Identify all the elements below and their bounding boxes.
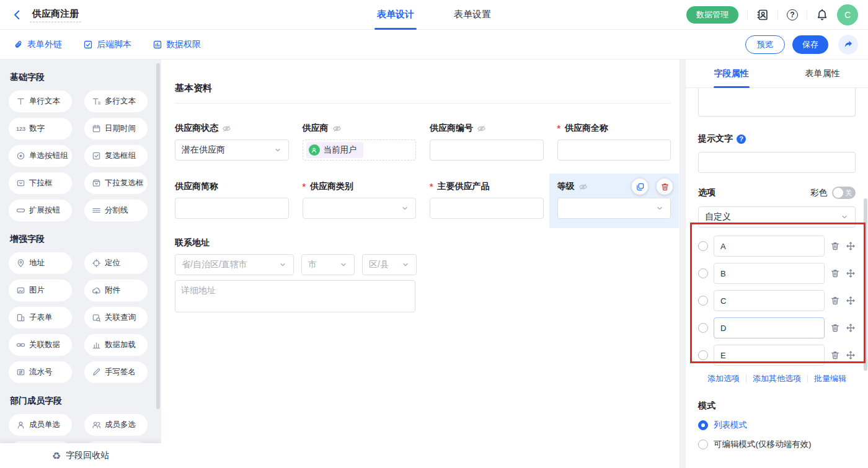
save-button[interactable]: 保存: [792, 35, 828, 54]
external-link-button[interactable]: 表单外链: [14, 39, 62, 50]
delete-option-icon[interactable]: [830, 350, 840, 360]
pill-subform[interactable]: 子表单: [9, 307, 72, 329]
city-select[interactable]: 市: [301, 254, 355, 275]
delete-option-icon[interactable]: [830, 268, 840, 278]
pill-data-load[interactable]: 数据加载: [84, 334, 148, 356]
main-products-input[interactable]: [430, 198, 544, 219]
add-option-link[interactable]: 添加选项: [707, 373, 740, 384]
color-toggle[interactable]: 关: [832, 187, 856, 199]
pill-checkbox-group[interactable]: 复选框组: [84, 145, 148, 167]
pill-locate[interactable]: 定位: [84, 252, 148, 274]
sidebar-scrollbar[interactable]: [156, 63, 160, 409]
permission-icon: [153, 40, 162, 50]
pill-relation-query[interactable]: 关联查询: [84, 307, 148, 329]
back-button[interactable]: [10, 7, 25, 22]
pill-serial-number[interactable]: 流水号: [9, 361, 72, 383]
pill-multi-dropdown[interactable]: 下拉复选框: [84, 172, 148, 194]
field-main-products[interactable]: *主要供应产品: [430, 181, 544, 219]
supplier-number-input[interactable]: [430, 139, 544, 161]
batch-edit-link[interactable]: 批量编辑: [814, 373, 846, 384]
pill-signature[interactable]: 手写签名: [84, 361, 148, 383]
page-title[interactable]: 供应商注册: [30, 7, 81, 22]
mode-list-radio[interactable]: 列表模式: [698, 420, 856, 431]
pill-single-line-text[interactable]: 单行文本: [9, 91, 72, 112]
field-supplier[interactable]: 供应商 当前用户: [303, 123, 417, 161]
province-select[interactable]: 省/自治区/直辖市: [175, 254, 294, 275]
mode-editable-radio[interactable]: 可编辑模式(仅移动端有效): [698, 439, 856, 450]
field-supplier-status[interactable]: 供应商状态 潜在供应商: [175, 123, 289, 161]
pill-divider[interactable]: 分割线: [84, 200, 148, 221]
backend-script-button[interactable]: 后端脚本: [83, 39, 131, 50]
chevron-down-icon: [278, 260, 287, 269]
hint-text-input[interactable]: [698, 152, 856, 173]
drag-option-icon[interactable]: [846, 268, 856, 278]
pill-number[interactable]: 123数字: [9, 118, 72, 139]
option-radio[interactable]: [698, 296, 708, 306]
supplier-member-box[interactable]: 当前用户: [303, 139, 417, 161]
hint-help-icon[interactable]: ?: [737, 135, 746, 144]
pill-extend-button[interactable]: 扩展按钮: [9, 200, 72, 221]
data-manage-button[interactable]: 数据管理: [686, 6, 738, 24]
drag-option-icon[interactable]: [846, 241, 856, 251]
supplier-fullname-input[interactable]: [557, 139, 671, 161]
help-icon[interactable]: ?: [787, 9, 798, 20]
field-recycle-bin[interactable]: ♻ 字段回收站: [0, 443, 161, 468]
tab-field-properties[interactable]: 字段属性: [686, 60, 777, 87]
option-radio[interactable]: [698, 241, 708, 251]
add-other-option-link[interactable]: 添加其他选项: [753, 373, 801, 384]
option-radio[interactable]: [698, 268, 708, 278]
detail-address-textarea[interactable]: [175, 280, 415, 312]
delete-option-icon[interactable]: [830, 241, 840, 251]
field-supplier-category[interactable]: *供应商类别: [303, 181, 417, 219]
data-permission-button[interactable]: 数据权限: [153, 39, 201, 50]
option-input-c[interactable]: [714, 290, 825, 311]
field-supplier-shortname[interactable]: 供应商简称: [175, 181, 289, 219]
pill-datetime[interactable]: 日期时间: [84, 118, 148, 139]
grade-select[interactable]: [557, 198, 671, 219]
copy-field-button[interactable]: [632, 179, 648, 195]
pill-attachment[interactable]: 附件: [84, 280, 148, 301]
option-radio[interactable]: [698, 350, 708, 360]
form-section-title[interactable]: 基本资料: [175, 82, 671, 94]
option-input-d[interactable]: [714, 317, 825, 338]
pill-address[interactable]: 地址: [9, 252, 72, 274]
tab-form-settings[interactable]: 表单设置: [451, 0, 494, 30]
pill-radio-group[interactable]: 单选按钮组: [9, 145, 72, 167]
drag-option-icon[interactable]: [846, 323, 856, 333]
option-source-select[interactable]: 自定义: [698, 206, 856, 227]
field-title-input-truncated[interactable]: [698, 88, 856, 117]
pill-dropdown[interactable]: 下拉框: [9, 172, 72, 194]
panel-scrollbar[interactable]: [864, 198, 867, 371]
drag-option-icon[interactable]: [846, 296, 856, 306]
option-input-e[interactable]: [714, 345, 825, 366]
preview-button[interactable]: 预览: [745, 35, 785, 54]
pill-image[interactable]: 图片: [9, 280, 72, 301]
divider-icon: [92, 206, 101, 215]
delete-option-icon[interactable]: [830, 296, 840, 306]
field-grade-selected[interactable]: 等级: [549, 174, 680, 228]
supplier-category-select[interactable]: [303, 198, 417, 219]
current-user-chip[interactable]: 当前用户: [306, 142, 363, 158]
field-supplier-fullname[interactable]: *供应商全称: [557, 123, 671, 161]
option-radio[interactable]: [698, 323, 708, 333]
pill-member-multi[interactable]: 成员多选: [84, 414, 148, 436]
field-supplier-number[interactable]: 供应商编号: [430, 123, 544, 161]
district-select[interactable]: 区/县: [362, 254, 417, 275]
drag-option-icon[interactable]: [846, 350, 856, 360]
tab-form-properties[interactable]: 表单属性: [777, 60, 868, 87]
option-input-a[interactable]: [714, 236, 825, 257]
share-button[interactable]: [838, 35, 858, 55]
tab-form-design[interactable]: 表单设计: [374, 0, 417, 30]
delete-field-button[interactable]: [657, 179, 673, 195]
supplier-shortname-input[interactable]: [175, 198, 289, 219]
avatar[interactable]: C: [837, 4, 858, 25]
notification-bell-icon[interactable]: [816, 9, 828, 21]
option-input-b[interactable]: [714, 263, 825, 284]
pill-member-single[interactable]: 成员单选: [9, 414, 72, 436]
delete-option-icon[interactable]: [830, 323, 840, 333]
field-contact-address[interactable]: 联系地址 省/自治区/直辖市 市 区/县: [175, 237, 671, 315]
supplier-status-select[interactable]: 潜在供应商: [175, 139, 289, 161]
contact-book-icon[interactable]: [756, 9, 769, 21]
pill-multi-line-text[interactable]: 多行文本: [84, 91, 148, 112]
pill-relation-data[interactable]: 关联数据: [9, 334, 72, 356]
